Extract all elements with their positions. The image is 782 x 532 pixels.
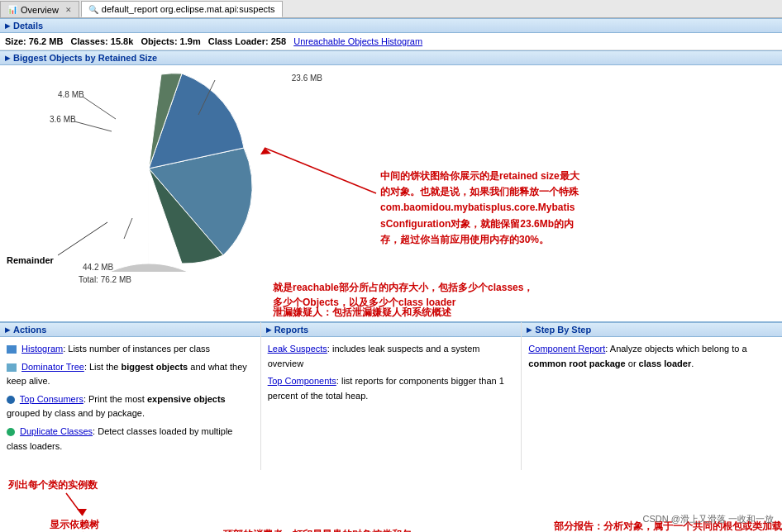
objects-value: 1.9m — [180, 36, 201, 46]
pie-label-44mb: 44.2 MB — [83, 263, 113, 272]
actions-column: Actions Histogram: Lists number of insta… — [0, 322, 261, 470]
size-label: Size: — [5, 36, 26, 46]
tab-report-label: default_report org.eclipse.mat.api:suspe… — [102, 4, 275, 14]
reports-header: Reports — [261, 322, 522, 337]
report-icon: 🔍 — [88, 5, 98, 14]
step-content: Component Report: Analyze objects which … — [522, 337, 782, 379]
left-annotations: 列出每个类的实例数 显示依赖树 — [0, 478, 223, 532]
details-text: Size: 76.2 MB Classes: 15.8k Objects: 1.… — [5, 36, 422, 46]
reports-content: Leak Suspects: includes leak suspects an… — [261, 337, 522, 411]
size-value: 76.2 MB — [29, 36, 64, 46]
pie-label-4mb: 4.8 MB — [58, 90, 84, 99]
content-area: Details Size: 76.2 MB Classes: 15.8k Obj… — [0, 18, 782, 532]
details-section: Size: 76.2 MB Classes: 15.8k Objects: 1.… — [0, 33, 782, 50]
unreachable-link[interactable]: Unreachable Objects Histogram — [293, 36, 422, 46]
classes-label: Classes: — [71, 36, 108, 46]
duplicate-link[interactable]: Duplicate Classes — [20, 426, 93, 436]
tab-default-report[interactable]: 🔍 default_report org.eclipse.mat.api:sus… — [81, 1, 283, 17]
report-top-components: Top Components: list reports for compone… — [268, 374, 515, 403]
component-report-link[interactable]: Component Report — [528, 344, 605, 354]
page-wrapper: 📊 Overview ✕ 🔍 default_report org.eclips… — [0, 0, 782, 532]
duplicate-icon — [7, 428, 15, 436]
three-col: Actions Histogram: Lists number of insta… — [0, 321, 782, 470]
annotation-leak: 泄漏嫌疑人：包括泄漏嫌疑人和系统概述 — [0, 305, 782, 320]
pie-area: 23.6 MB 4.8 MB 3.6 MB 44.2 MB Total: 76.… — [0, 65, 782, 305]
action-dominator: Dominator Tree: List the biggest objects… — [7, 360, 254, 389]
actions-content: Histogram: Lists number of instances per… — [0, 337, 260, 462]
dominator-icon — [7, 363, 17, 372]
watermark: CSDN @滑上又滑落 一收和一放 — [643, 513, 774, 525]
tab-overview[interactable]: 📊 Overview ✕ — [0, 1, 79, 17]
biggest-objects-header: Biggest Objects by Retained Size — [0, 50, 782, 65]
top-components-link[interactable]: Top Components — [268, 376, 336, 386]
classloader-value: 258 — [271, 36, 286, 46]
leak-suspects-link[interactable]: Leak Suspects — [268, 344, 327, 354]
annotation-tree: 显示依赖树 — [50, 518, 99, 532]
actions-header: Actions — [0, 322, 260, 337]
action-consumers: Top Consumers: Print the most expensive … — [7, 392, 254, 421]
step-header: Step By Step — [522, 322, 782, 337]
reports-column: Reports Leak Suspects: includes leak sus… — [261, 322, 522, 470]
step-column: Step By Step Component Report: Analyze o… — [522, 322, 782, 470]
pie-label-total: Total: 76.2 MB — [79, 275, 131, 284]
tab-overview-close[interactable]: ✕ — [65, 6, 72, 14]
svg-line-7 — [66, 493, 83, 515]
annotation-instances: 列出每个类的实例数 — [8, 478, 98, 492]
action-duplicate: Duplicate Classes: Detect classes loaded… — [7, 425, 254, 454]
objects-label: Objects: — [141, 36, 178, 46]
mid-bottom-annotations: 顶部的消费者：打印最昂贵的对象按类和包 顶部件：列表报告成分大于百分之1的总的堆… — [223, 478, 551, 532]
remainder-label: Remainder — [7, 255, 54, 265]
classes-value: 15.8k — [111, 36, 134, 46]
consumers-icon — [7, 396, 15, 404]
annotation-top-consumers-cn: 顶部的消费者：打印最昂贵的对象按类和包 — [223, 528, 412, 532]
consumers-link[interactable]: Top Consumers — [20, 394, 83, 404]
tab-bar: 📊 Overview ✕ 🔍 default_report org.eclips… — [0, 0, 782, 18]
overview-icon: 📊 — [7, 5, 17, 14]
details-header: Details — [0, 18, 782, 33]
pie-label-3mb: 3.6 MB — [50, 115, 76, 124]
histogram-icon — [7, 345, 17, 354]
tab-overview-label: Overview — [21, 5, 59, 15]
pie-label-23mb: 23.6 MB — [292, 74, 322, 83]
action-histogram: Histogram: Lists number of instances per… — [7, 342, 254, 357]
step-component-report: Component Report: Analyze objects which … — [528, 342, 775, 371]
pie-container: 23.6 MB 4.8 MB 3.6 MB 44.2 MB Total: 76.… — [33, 65, 298, 305]
histogram-link[interactable]: Histogram — [21, 344, 63, 354]
classloader-label: Class Loader: — [208, 36, 269, 46]
report-leak-suspects: Leak Suspects: includes leak suspects an… — [268, 342, 515, 371]
annotation-top-right: 中间的饼状图给你展示的是retained size最大 的对象。也就是说，如果我… — [380, 169, 579, 248]
dominator-link[interactable]: Dominator Tree — [21, 362, 84, 372]
svg-marker-8 — [77, 509, 87, 515]
svg-line-0 — [58, 222, 107, 255]
